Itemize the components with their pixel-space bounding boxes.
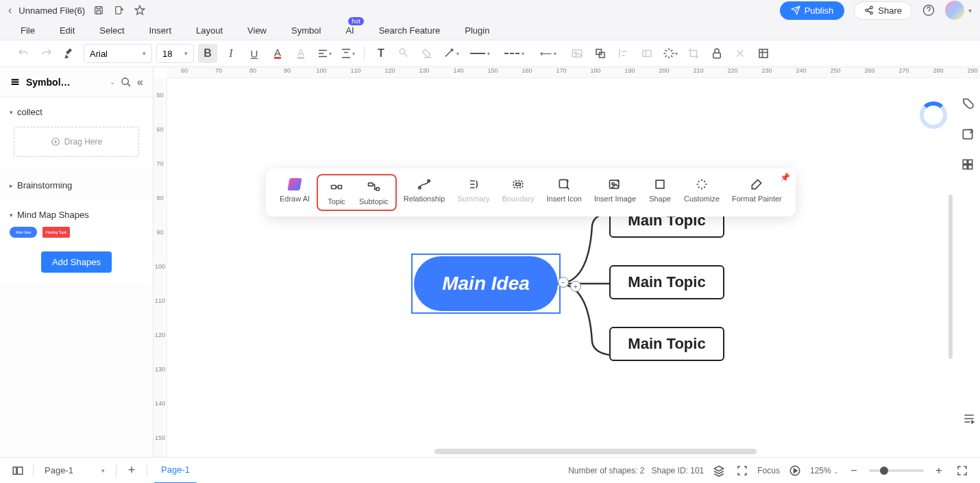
ft-topic[interactable]: Topic [319, 177, 354, 208]
pin-icon[interactable]: 📌 [780, 173, 790, 182]
text-tool-button[interactable]: T [371, 44, 391, 63]
layers-button[interactable] [591, 44, 610, 63]
fill-color-button[interactable] [418, 44, 437, 63]
export-icon[interactable] [112, 3, 126, 17]
connector-style-button[interactable]: ▾ [441, 44, 461, 63]
ft-summary[interactable]: Summary [452, 174, 495, 206]
svg-rect-24 [377, 188, 380, 190]
sidebar-section-brainstorming[interactable]: ▸Brainstorming [10, 177, 143, 193]
zoom-out-button[interactable]: − [846, 462, 862, 479]
save-icon[interactable] [92, 3, 106, 17]
font-family-select[interactable]: Arial▾ [84, 44, 152, 63]
ft-edraw-ai[interactable]: Edraw AI [274, 174, 315, 206]
underline-button[interactable]: U [245, 44, 264, 63]
publish-button[interactable]: Publish [780, 1, 845, 20]
font-color-button[interactable]: A [268, 44, 287, 63]
menu-plugin[interactable]: Plugin [465, 25, 489, 36]
table-button[interactable] [754, 44, 773, 63]
ft-customize[interactable]: Customize [678, 174, 725, 206]
theme-icon[interactable] [959, 96, 976, 112]
crop-button[interactable] [684, 44, 703, 63]
ft-format-painter[interactable]: Format Painter [726, 174, 787, 206]
menu-view[interactable]: View [247, 25, 267, 36]
distribute-button[interactable] [637, 44, 657, 63]
ft-subtopic[interactable]: Subtopic [354, 177, 394, 208]
sidebar-title-dropdown[interactable]: ⌄ [110, 78, 115, 86]
undo-button[interactable] [14, 44, 33, 63]
outline-toggle-icon[interactable] [962, 412, 976, 425]
sidebar-section-mindmap-shapes[interactable]: ▾Mind Map Shapes [10, 207, 143, 223]
shape-tool-button[interactable] [395, 44, 414, 63]
avatar[interactable] [945, 1, 964, 20]
menu-edit[interactable]: Edit [60, 25, 75, 36]
node-main-idea[interactable]: Main Idea [414, 256, 558, 311]
canvas[interactable]: Main Idea − + Main Topic Main Topic Main… [167, 78, 980, 457]
focus-label[interactable]: Focus [757, 466, 780, 475]
font-size-select[interactable]: 18▾ [156, 44, 194, 63]
svg-rect-1 [97, 11, 100, 14]
ft-boundary[interactable]: Boundary [496, 174, 539, 206]
layers-icon[interactable] [711, 462, 727, 479]
vertical-scrollbar[interactable] [948, 195, 953, 359]
focus-icon[interactable] [734, 462, 750, 479]
shapes-count-label: Number of shapes: 2 [568, 466, 644, 475]
zoom-value[interactable]: 125% ⌄ [810, 466, 839, 475]
menu-select[interactable]: Select [99, 25, 124, 36]
tools-button[interactable] [731, 44, 750, 63]
grid-icon[interactable] [959, 156, 976, 173]
fullscreen-icon[interactable] [954, 462, 970, 479]
line-dash-select[interactable]: ▾ [499, 44, 529, 63]
zoom-in-button[interactable]: + [931, 462, 947, 479]
menu-ai[interactable]: AIhot [345, 25, 354, 36]
align-objects-button[interactable] [614, 44, 633, 63]
menu-symbol[interactable]: Symbol [291, 25, 321, 36]
italic-button[interactable]: I [221, 44, 241, 63]
add-shapes-button[interactable]: Add Shapes [41, 251, 112, 273]
highlight-button[interactable]: A [291, 44, 310, 63]
drag-here-zone[interactable]: Drag Here [14, 127, 139, 157]
image-insert-button[interactable] [567, 44, 587, 63]
share-button[interactable]: Share [854, 1, 912, 20]
arrow-style-select[interactable]: ⟵▾ [533, 44, 563, 63]
loading-indicator [920, 101, 947, 129]
menu-insert[interactable]: Insert [149, 25, 172, 36]
menu-search-feature[interactable]: Search Feature [379, 25, 441, 36]
menu-file[interactable]: File [21, 25, 35, 36]
shape-thumb-main-idea[interactable]: Main Idea [10, 227, 37, 238]
ft-relationship[interactable]: Relationship [398, 174, 451, 206]
back-button[interactable]: ‹ [8, 4, 12, 16]
sidebar-title: Symbol… [26, 77, 104, 88]
collapse-sidebar-icon[interactable]: « [137, 76, 143, 88]
node-topic-3[interactable]: Main Topic [609, 327, 724, 361]
component-icon[interactable] [959, 126, 976, 143]
redo-button[interactable] [37, 44, 56, 63]
shape-thumb-floating-topic[interactable]: Floating Topic [42, 227, 70, 238]
star-icon[interactable] [133, 3, 147, 17]
collapse-handle-icon[interactable]: − [558, 277, 569, 288]
sidebar-section-collect[interactable]: ▾collect [10, 104, 143, 120]
present-icon[interactable] [787, 462, 803, 479]
zoom-slider[interactable] [869, 469, 924, 472]
page-tab-1[interactable]: Page-1 [154, 458, 197, 484]
ft-shape[interactable]: Shape [643, 174, 677, 206]
search-icon[interactable] [121, 77, 132, 88]
node-topic-2[interactable]: Main Topic [609, 265, 724, 299]
pages-panel-icon[interactable] [10, 462, 26, 479]
add-page-button[interactable]: + [123, 462, 140, 479]
format-brush-icon[interactable] [60, 44, 79, 63]
bold-button[interactable]: B [198, 44, 217, 63]
svg-rect-2 [116, 7, 121, 14]
help-icon[interactable] [922, 3, 935, 17]
page-select[interactable]: Page-1▾ [40, 462, 109, 479]
avatar-menu-chevron-icon[interactable]: ▾ [968, 7, 972, 14]
ai-sparkle-button[interactable]: ▾ [661, 44, 680, 63]
align-button[interactable]: ▾ [315, 44, 334, 63]
expand-handle-icon[interactable]: + [570, 281, 581, 292]
horizontal-scrollbar[interactable] [434, 449, 757, 454]
line-weight-select[interactable]: ▾ [465, 44, 495, 63]
ft-insert-image[interactable]: Insert Image [589, 174, 641, 206]
lock-button[interactable] [707, 44, 726, 63]
menu-layout[interactable]: Layout [196, 25, 223, 36]
valign-button[interactable]: ▾ [338, 44, 357, 63]
ft-insert-icon[interactable]: Insert Icon [541, 174, 587, 206]
